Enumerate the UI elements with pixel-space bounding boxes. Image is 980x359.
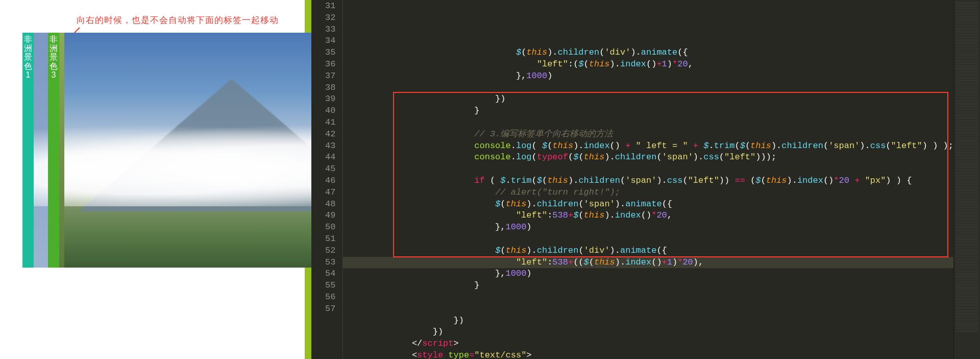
slider-panel-3-edge [59,33,64,268]
code-line[interactable]: "left":538+(($(this).index()+1)*20), [349,257,953,269]
code-editor[interactable]: 3132333435363738394041424344454647484950… [311,0,980,359]
slider-tab-3-label: 非洲景色3 [48,35,59,80]
code-line[interactable]: $(this).children('div').animate({ [349,47,953,59]
code-line[interactable] [349,117,953,129]
code-line[interactable]: console.log( $(this).index() + " left = … [349,140,953,152]
browser-preview-pane: 向右的时候，也是不会自动将下面的标签一起移动 非洲景色1 非洲景色3 非洲景色4… [0,0,305,359]
slider-tab-1-label: 非洲景色1 [22,35,34,80]
code-line[interactable] [349,292,953,303]
code-line[interactable]: } [349,105,953,117]
slider-tab-3[interactable]: 非洲景色3 [48,33,59,268]
code-line[interactable]: "left":538+$(this).index()*20, [349,210,953,222]
code-line[interactable]: if ( $.trim($(this).children('span').css… [349,175,953,187]
code-line[interactable]: // 3.编写标签单个向右移动的方法 [349,129,953,140]
code-line[interactable]: <style type="text/css"> [349,350,953,359]
annotation-text: 向右的时候，也是不会自动将下面的标签一起移动 [77,14,279,26]
code-line[interactable] [349,163,953,175]
slider-tab-1[interactable]: 非洲景色1 [22,33,34,268]
code-line[interactable]: </script> [349,338,953,350]
code-line[interactable]: },1000) [349,222,953,233]
code-line[interactable]: $(this).children('span').animate({ [349,199,953,210]
code-line[interactable]: }) [349,315,953,327]
code-line[interactable] [349,303,953,315]
code-line[interactable] [349,82,953,94]
editor-code-area[interactable]: $(this).children('div').animate({ "left"… [343,0,953,359]
code-line[interactable]: $(this).children('div').animate({ [349,245,953,257]
code-line[interactable]: }) [349,326,953,338]
editor-line-numbers: 3132333435363738394041424344454647484950… [311,0,343,359]
editor-minimap[interactable] [953,0,980,359]
code-line[interactable]: }) [349,93,953,105]
code-line[interactable]: // alert("turn right!"); [349,187,953,199]
code-line[interactable]: "left":($(this).index()+1)*20, [349,59,953,70]
code-line[interactable]: },1000) [349,268,953,280]
code-line[interactable]: },1000) [349,70,953,82]
code-line[interactable]: } [349,280,953,292]
code-line[interactable] [349,233,953,245]
code-line[interactable]: console.log(typeof($(this).children('spa… [349,152,953,163]
